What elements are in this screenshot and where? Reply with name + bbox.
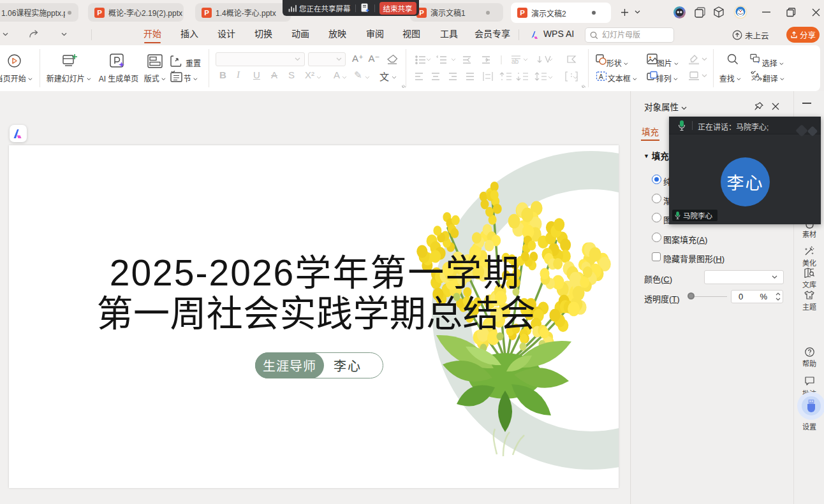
svg-text:2025-2026学年第一学期: 2025-2026学年第一学期: [110, 252, 521, 293]
svg-text:A: A: [599, 73, 603, 80]
svg-text:第一周社会实践学期总结会: 第一周社会实践学期总结会: [97, 293, 536, 334]
svg-text:ab: ab: [511, 58, 519, 65]
svg-text:文: 文: [751, 75, 756, 81]
